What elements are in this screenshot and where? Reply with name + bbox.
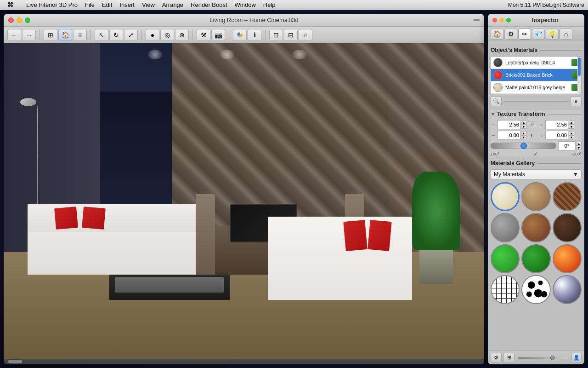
scale-y-input[interactable] <box>545 120 568 129</box>
gallery-item-6[interactable] <box>491 244 520 273</box>
offset-x-input[interactable] <box>498 131 520 140</box>
area-light-tool[interactable]: ⊚ <box>175 29 189 41</box>
scale-x-down[interactable]: ▼ <box>521 125 526 129</box>
tab-room[interactable]: ⌂ <box>560 29 572 40</box>
tab-object[interactable]: 🏠 <box>491 29 503 40</box>
scale-x-input[interactable] <box>498 120 520 129</box>
tab-material[interactable]: ✏ <box>518 29 531 40</box>
rotation-slider-track[interactable] <box>491 143 556 149</box>
menu-arrange[interactable]: Arrange <box>158 0 187 10</box>
inspector-min[interactable] <box>499 18 504 23</box>
viewport-3d[interactable] <box>4 43 484 364</box>
ceiling-light-3 <box>292 50 306 59</box>
gallery-dropdown[interactable]: My Materials ▼ <box>491 169 582 179</box>
mat-options-button[interactable]: ≡ <box>571 96 582 106</box>
menu-help[interactable]: Help <box>260 0 279 10</box>
rotation-up[interactable]: ▲ <box>576 142 582 146</box>
tab-settings[interactable]: ⚙ <box>504 29 517 40</box>
apple-menu[interactable]: ⌘ <box>4 0 17 10</box>
gallery-item-0[interactable] <box>491 182 520 211</box>
material-name-0: Leather/pamela_09014 <box>505 60 569 65</box>
gallery-item-8[interactable] <box>553 244 582 273</box>
offset-v-icon: ↕ <box>538 133 544 138</box>
person-icon-button[interactable]: 👤 <box>571 353 582 363</box>
close-button[interactable] <box>8 17 14 23</box>
scale-x-up[interactable]: ▲ <box>521 121 526 125</box>
rotation-down[interactable]: ▼ <box>576 146 582 150</box>
minimize-button[interactable] <box>17 17 22 23</box>
material-name-1: Brick/001 Baked Brick <box>505 72 569 78</box>
gallery-item-2[interactable] <box>553 182 582 211</box>
gallery-item-4[interactable] <box>521 213 550 242</box>
point-light-tool[interactable]: ● <box>146 29 159 41</box>
view-home[interactable]: ⌂ <box>299 29 312 41</box>
link-icon[interactable]: 🔗 <box>528 121 535 128</box>
material-item-1[interactable]: Brick/001 Baked Brick <box>491 69 581 81</box>
rotation-input[interactable] <box>558 141 576 150</box>
expand-button[interactable]: ⊞ <box>503 353 514 363</box>
material-item-2[interactable]: Matte paint/1019 grey beige <box>491 81 581 94</box>
resize-tool[interactable]: ⤢ <box>124 29 138 41</box>
scale-y-up[interactable]: ▲ <box>569 121 574 125</box>
section-label-materials: Object's Materials <box>491 47 537 53</box>
viewport-window: Living Room – Home Cinema.li3d ← → ⊞ 🏠 ≡… <box>4 14 484 364</box>
material-item-0[interactable]: Leather/pamela_09014 <box>491 57 581 69</box>
rotate-tool[interactable]: ↻ <box>109 29 123 41</box>
viewport-hscrollbar[interactable] <box>4 359 484 364</box>
build-tool[interactable]: ⚒ <box>197 29 210 41</box>
offset-x-up[interactable]: ▲ <box>521 131 526 135</box>
zoom-slider-thumb[interactable] <box>550 356 555 360</box>
add-material-button[interactable]: ⚙ <box>491 353 502 363</box>
gallery-item-1[interactable] <box>521 182 550 211</box>
plant <box>412 172 460 284</box>
list-button[interactable]: ≡ <box>73 29 87 41</box>
gallery-item-11[interactable] <box>553 275 582 304</box>
maximize-button[interactable] <box>25 17 30 23</box>
offset-x-down[interactable]: ▼ <box>521 135 526 139</box>
inspector-max[interactable] <box>506 18 511 23</box>
menu-insert[interactable]: Insert <box>116 0 138 10</box>
camera-tool[interactable]: 📷 <box>211 29 225 41</box>
gallery-item-3[interactable] <box>491 213 520 242</box>
slider-label-max: -180° <box>571 152 582 156</box>
offset-y-down[interactable]: ▼ <box>569 135 574 139</box>
render-button[interactable]: 🎭 <box>233 29 247 41</box>
window-title: Living Room – Home Cinema.li3d <box>35 17 473 23</box>
inspector-close[interactable] <box>492 18 497 23</box>
texture-transform-section: ▼ Texture Transform ↔ ▲ ▼ 🔗 ↕ <box>491 110 582 156</box>
gallery-item-10[interactable] <box>521 275 550 304</box>
materials-scroll-thumb <box>578 58 581 76</box>
collapse-icon[interactable]: ▼ <box>491 112 495 117</box>
rotation-slider-row: ▲ ▼ <box>491 141 582 150</box>
back-button[interactable]: ← <box>7 29 21 41</box>
menu-window[interactable]: Window <box>231 0 260 10</box>
offset-y-input[interactable] <box>545 131 568 140</box>
menu-file[interactable]: File <box>81 0 98 10</box>
spot-light-tool[interactable]: ◎ <box>160 29 174 41</box>
tab-texture[interactable]: 💎 <box>532 29 545 40</box>
menu-render-boost[interactable]: Render Boost <box>187 0 231 10</box>
gallery-item-5[interactable] <box>553 213 582 242</box>
scale-y-down[interactable]: ▼ <box>569 125 574 129</box>
menu-view[interactable]: View <box>138 0 158 10</box>
3d-button[interactable]: 🏠 <box>58 29 72 41</box>
material-name-2: Matte paint/1019 grey beige <box>505 85 569 90</box>
view-3d[interactable]: ⊟ <box>284 29 298 41</box>
collapse-button[interactable] <box>473 19 480 21</box>
view-top[interactable]: ⊡ <box>269 29 283 41</box>
tab-light[interactable]: 💡 <box>546 29 559 40</box>
menubar-clock: Mon 5:11 PM BeLight Software <box>508 2 584 8</box>
menu-edit[interactable]: Edit <box>98 0 116 10</box>
info-button[interactable]: ℹ <box>248 29 261 41</box>
forward-button[interactable]: → <box>22 29 36 41</box>
eyedropper-button[interactable]: 🔍 <box>491 96 502 106</box>
menu-app[interactable]: Live Interior 3D Pro <box>23 0 81 10</box>
select-tool[interactable]: ↖ <box>95 29 108 41</box>
offset-y-up[interactable]: ▲ <box>569 131 574 135</box>
materials-scrollbar[interactable] <box>577 57 581 94</box>
gallery-item-9[interactable] <box>491 275 520 304</box>
zoom-slider[interactable] <box>518 357 568 359</box>
gallery-item-7[interactable] <box>521 244 550 273</box>
rotation-slider-thumb[interactable] <box>520 143 527 149</box>
floorplan-button[interactable]: ⊞ <box>44 29 57 41</box>
